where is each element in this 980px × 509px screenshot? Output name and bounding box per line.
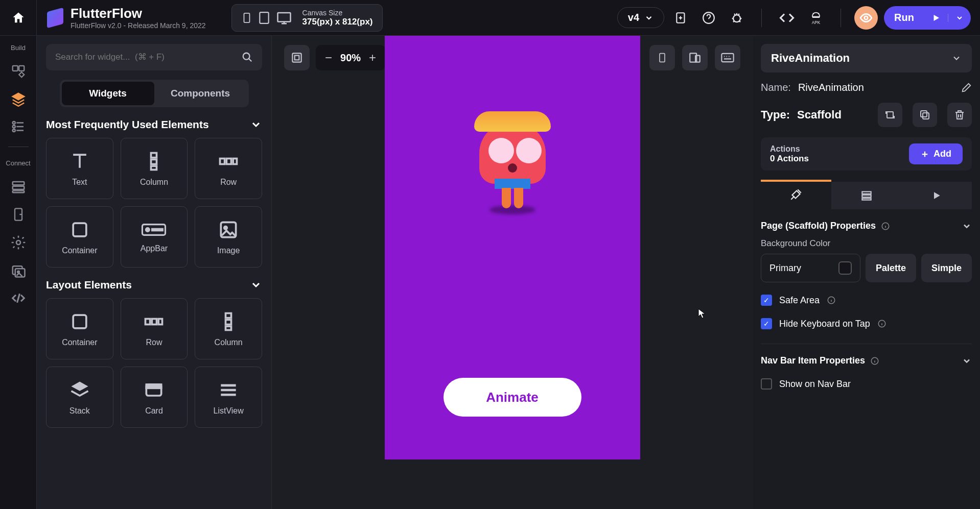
rotate-button[interactable] (878, 103, 902, 127)
snap-button[interactable] (284, 45, 310, 70)
widget-row2[interactable]: Row (121, 298, 188, 359)
rail-tree-icon[interactable] (11, 119, 26, 134)
rail-media-icon[interactable] (11, 263, 26, 278)
play-icon (924, 13, 948, 22)
svg-rect-53 (862, 195, 871, 197)
zoom-control: − 90% + (316, 45, 385, 70)
tab-widgets[interactable]: Widgets (62, 82, 154, 105)
search-input[interactable] (55, 52, 242, 62)
hide-keyboard-checkbox[interactable]: ✓ (761, 318, 772, 329)
widget-container[interactable]: Container (46, 206, 113, 268)
widget-column2[interactable]: Column (195, 298, 262, 359)
proptab-animate[interactable] (901, 182, 972, 209)
svg-rect-38 (226, 313, 231, 318)
info-icon[interactable] (881, 222, 890, 231)
brand-subtitle: FlutterFlow v2.0 - Released March 9, 202… (71, 21, 206, 30)
delete-button[interactable] (947, 103, 972, 127)
version-selector[interactable]: v4 (617, 7, 664, 28)
widget-appbar[interactable]: AppBar (121, 206, 188, 268)
desktop-icon (276, 10, 292, 26)
simple-button[interactable]: Simple (921, 254, 972, 282)
type-label: Type: (761, 108, 790, 122)
svg-rect-51 (921, 111, 927, 117)
widget-column[interactable]: Column (121, 138, 188, 199)
section-layout-title: Layout Elements (46, 279, 132, 291)
proptab-style[interactable] (761, 180, 831, 207)
code-button[interactable] (779, 10, 795, 26)
add-page-button[interactable] (674, 11, 688, 25)
svg-rect-14 (12, 186, 24, 189)
svg-rect-39 (226, 320, 231, 324)
bg-color-label: Background Color (761, 238, 972, 249)
breadcrumb[interactable]: RiveAnimation (761, 44, 972, 72)
run-dropdown[interactable] (948, 14, 971, 22)
zoom-in-button[interactable]: + (369, 51, 376, 65)
brand-name: FlutterFlow (71, 6, 206, 21)
canvas-phone[interactable]: Animate (385, 36, 640, 459)
svg-rect-50 (923, 113, 929, 119)
collapse-button[interactable] (962, 356, 972, 366)
widget-stack[interactable]: Stack (46, 367, 113, 428)
rail-layers-icon[interactable] (11, 91, 26, 107)
eye-icon (859, 11, 873, 25)
page-properties-title: Page (Scaffold) Properties (761, 221, 876, 231)
tool-keyboard[interactable] (715, 45, 740, 70)
preview-button[interactable] (854, 6, 878, 30)
svg-rect-27 (233, 159, 237, 164)
widget-row[interactable]: Row (195, 138, 262, 199)
widget-container2[interactable]: Container (46, 298, 113, 359)
info-icon[interactable] (877, 319, 886, 328)
info-icon[interactable] (827, 296, 836, 305)
add-action-button[interactable]: Add (909, 143, 963, 164)
run-button[interactable]: Run (884, 6, 971, 30)
chevron-down-icon (644, 13, 654, 22)
brand: FlutterFlow FlutterFlow v2.0 - Released … (37, 6, 216, 30)
zoom-out-button[interactable]: − (325, 51, 332, 65)
hide-keyboard-label: Hide Keyboard on Tap (779, 319, 870, 329)
svg-rect-35 (146, 319, 150, 325)
proptab-data[interactable] (831, 182, 902, 209)
chevron-down-icon[interactable] (250, 118, 262, 131)
tool-mobile[interactable] (649, 45, 675, 70)
animate-button[interactable]: Animate (444, 378, 581, 417)
svg-rect-22 (151, 153, 157, 158)
widget-card[interactable]: Card (121, 367, 188, 428)
collapse-button[interactable] (962, 221, 972, 231)
edit-name-button[interactable] (961, 82, 972, 93)
chevron-down-icon[interactable] (250, 279, 262, 291)
bug-button[interactable] (730, 11, 744, 25)
type-value: Scaffold (797, 108, 842, 122)
copy-button[interactable] (913, 103, 937, 127)
info-icon[interactable] (870, 356, 879, 366)
svg-rect-52 (862, 191, 871, 193)
widget-image[interactable]: Image (195, 206, 262, 268)
rail-database-icon[interactable] (11, 179, 26, 195)
svg-rect-42 (147, 384, 161, 388)
widget-listview[interactable]: ListView (195, 367, 262, 428)
tool-devices[interactable] (682, 45, 708, 70)
widget-search[interactable] (46, 44, 262, 70)
bg-color-field[interactable]: Primary (761, 254, 860, 282)
svg-rect-28 (73, 223, 86, 236)
palette-button[interactable]: Palette (866, 254, 916, 282)
svg-rect-13 (12, 182, 24, 185)
svg-text:APK: APK (812, 20, 821, 25)
safe-area-checkbox[interactable]: ✓ (761, 295, 772, 306)
tab-components[interactable]: Components (154, 82, 247, 105)
apk-button[interactable]: APK (809, 11, 823, 25)
show-navbar-checkbox[interactable] (761, 378, 772, 390)
widget-text[interactable]: Text (46, 138, 113, 199)
cursor-icon (698, 308, 706, 319)
home-button[interactable] (0, 0, 37, 36)
device-selector[interactable]: Canvas Size 375(px) x 812(px) (231, 4, 383, 32)
chevron-down-icon (951, 53, 962, 63)
rail-settings-icon[interactable] (10, 234, 27, 251)
rail-device-icon[interactable] (11, 207, 26, 222)
help-button[interactable] (702, 11, 715, 25)
rail-widgets-icon[interactable] (11, 64, 26, 79)
rail-code-icon[interactable] (11, 290, 26, 306)
svg-rect-45 (660, 54, 665, 62)
svg-rect-54 (862, 198, 871, 200)
canvas-size-value: 375(px) x 812(px) (302, 17, 373, 27)
svg-rect-48 (721, 54, 733, 62)
